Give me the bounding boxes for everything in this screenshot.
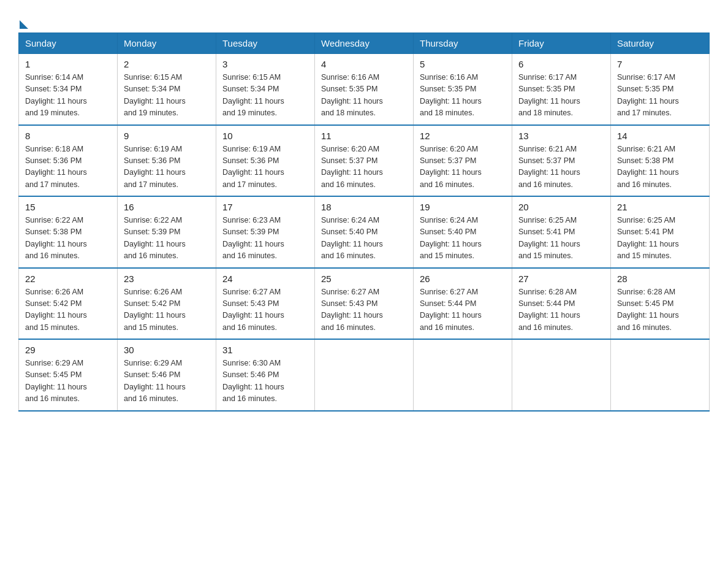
day-number: 24	[222, 274, 308, 284]
calendar-cell: 8 Sunrise: 6:18 AMSunset: 5:36 PMDayligh…	[19, 125, 118, 197]
day-info: Sunrise: 6:25 AMSunset: 5:41 PMDaylight:…	[518, 216, 580, 260]
calendar-cell: 5 Sunrise: 6:16 AMSunset: 5:35 PMDayligh…	[414, 54, 512, 125]
day-number: 19	[420, 202, 506, 212]
day-number: 14	[617, 131, 703, 141]
day-number: 27	[518, 274, 604, 284]
day-info: Sunrise: 6:27 AMSunset: 5:44 PMDaylight:…	[420, 288, 482, 332]
day-info: Sunrise: 6:16 AMSunset: 5:35 PMDaylight:…	[420, 73, 482, 117]
day-info: Sunrise: 6:23 AMSunset: 5:39 PMDaylight:…	[222, 216, 284, 260]
weekday-header-thursday: Thursday	[414, 33, 512, 54]
day-number: 7	[617, 59, 703, 69]
day-number: 1	[25, 59, 111, 69]
day-info: Sunrise: 6:19 AMSunset: 5:36 PMDaylight:…	[222, 145, 284, 189]
calendar-cell: 29 Sunrise: 6:29 AMSunset: 5:45 PMDaylig…	[19, 339, 118, 411]
calendar-cell: 14 Sunrise: 6:21 AMSunset: 5:38 PMDaylig…	[611, 125, 710, 197]
day-number: 23	[124, 274, 210, 284]
day-info: Sunrise: 6:25 AMSunset: 5:41 PMDaylight:…	[617, 216, 679, 260]
day-number: 22	[25, 274, 111, 284]
calendar-cell: 20 Sunrise: 6:25 AMSunset: 5:41 PMDaylig…	[512, 196, 611, 268]
weekday-header-row: SundayMondayTuesdayWednesdayThursdayFrid…	[19, 33, 710, 54]
calendar-cell: 22 Sunrise: 6:26 AMSunset: 5:42 PMDaylig…	[19, 268, 118, 340]
day-number: 10	[222, 131, 308, 141]
calendar-cell: 12 Sunrise: 6:20 AMSunset: 5:37 PMDaylig…	[414, 125, 512, 197]
day-number: 29	[25, 345, 111, 355]
calendar-cell: 21 Sunrise: 6:25 AMSunset: 5:41 PMDaylig…	[611, 196, 710, 268]
day-info: Sunrise: 6:15 AMSunset: 5:34 PMDaylight:…	[124, 73, 186, 117]
weekday-header-friday: Friday	[512, 33, 611, 54]
calendar-week-row: 8 Sunrise: 6:18 AMSunset: 5:36 PMDayligh…	[19, 125, 710, 197]
calendar-cell: 17 Sunrise: 6:23 AMSunset: 5:39 PMDaylig…	[216, 196, 315, 268]
calendar-cell: 3 Sunrise: 6:15 AMSunset: 5:34 PMDayligh…	[216, 54, 315, 125]
day-info: Sunrise: 6:17 AMSunset: 5:35 PMDaylight:…	[617, 73, 679, 117]
day-info: Sunrise: 6:30 AMSunset: 5:46 PMDaylight:…	[222, 359, 284, 403]
day-number: 12	[420, 131, 506, 141]
calendar-cell: 10 Sunrise: 6:19 AMSunset: 5:36 PMDaylig…	[216, 125, 315, 197]
calendar-cell: 13 Sunrise: 6:21 AMSunset: 5:37 PMDaylig…	[512, 125, 611, 197]
day-number: 8	[25, 131, 111, 141]
day-number: 18	[321, 202, 407, 212]
calendar-cell: 31 Sunrise: 6:30 AMSunset: 5:46 PMDaylig…	[216, 339, 315, 411]
calendar-cell: 6 Sunrise: 6:17 AMSunset: 5:35 PMDayligh…	[512, 54, 611, 125]
calendar-week-row: 22 Sunrise: 6:26 AMSunset: 5:42 PMDaylig…	[19, 268, 710, 340]
day-number: 28	[617, 274, 703, 284]
calendar-week-row: 15 Sunrise: 6:22 AMSunset: 5:38 PMDaylig…	[19, 196, 710, 268]
calendar-cell	[611, 339, 710, 411]
day-number: 31	[222, 345, 308, 355]
day-number: 6	[518, 59, 604, 69]
calendar-cell: 24 Sunrise: 6:27 AMSunset: 5:43 PMDaylig…	[216, 268, 315, 340]
calendar-cell: 25 Sunrise: 6:27 AMSunset: 5:43 PMDaylig…	[315, 268, 414, 340]
calendar-cell: 26 Sunrise: 6:27 AMSunset: 5:44 PMDaylig…	[414, 268, 512, 340]
calendar-cell: 11 Sunrise: 6:20 AMSunset: 5:37 PMDaylig…	[315, 125, 414, 197]
day-info: Sunrise: 6:26 AMSunset: 5:42 PMDaylight:…	[124, 288, 186, 332]
day-info: Sunrise: 6:27 AMSunset: 5:43 PMDaylight:…	[222, 288, 284, 332]
calendar-cell: 23 Sunrise: 6:26 AMSunset: 5:42 PMDaylig…	[118, 268, 216, 340]
day-info: Sunrise: 6:21 AMSunset: 5:38 PMDaylight:…	[617, 145, 679, 189]
day-info: Sunrise: 6:17 AMSunset: 5:35 PMDaylight:…	[518, 73, 580, 117]
day-info: Sunrise: 6:21 AMSunset: 5:37 PMDaylight:…	[518, 145, 580, 189]
calendar-cell: 18 Sunrise: 6:24 AMSunset: 5:40 PMDaylig…	[315, 196, 414, 268]
day-info: Sunrise: 6:24 AMSunset: 5:40 PMDaylight:…	[420, 216, 482, 260]
calendar-cell: 19 Sunrise: 6:24 AMSunset: 5:40 PMDaylig…	[414, 196, 512, 268]
day-info: Sunrise: 6:22 AMSunset: 5:38 PMDaylight:…	[25, 216, 87, 260]
calendar-cell: 28 Sunrise: 6:28 AMSunset: 5:45 PMDaylig…	[611, 268, 710, 340]
calendar-cell: 30 Sunrise: 6:29 AMSunset: 5:46 PMDaylig…	[118, 339, 216, 411]
logo-arrow-icon	[20, 20, 28, 29]
day-info: Sunrise: 6:24 AMSunset: 5:40 PMDaylight:…	[321, 216, 383, 260]
day-info: Sunrise: 6:29 AMSunset: 5:45 PMDaylight:…	[25, 359, 87, 403]
weekday-header-sunday: Sunday	[19, 33, 118, 54]
weekday-header-tuesday: Tuesday	[216, 33, 315, 54]
calendar-cell: 2 Sunrise: 6:15 AMSunset: 5:34 PMDayligh…	[118, 54, 216, 125]
calendar-cell: 9 Sunrise: 6:19 AMSunset: 5:36 PMDayligh…	[118, 125, 216, 197]
calendar-week-row: 29 Sunrise: 6:29 AMSunset: 5:45 PMDaylig…	[19, 339, 710, 411]
calendar-table: SundayMondayTuesdayWednesdayThursdayFrid…	[18, 33, 710, 412]
day-info: Sunrise: 6:28 AMSunset: 5:44 PMDaylight:…	[518, 288, 580, 332]
day-number: 9	[124, 131, 210, 141]
day-number: 30	[124, 345, 210, 355]
calendar-cell: 16 Sunrise: 6:22 AMSunset: 5:39 PMDaylig…	[118, 196, 216, 268]
day-number: 11	[321, 131, 407, 141]
day-info: Sunrise: 6:26 AMSunset: 5:42 PMDaylight:…	[25, 288, 87, 332]
calendar-cell	[315, 339, 414, 411]
day-number: 3	[222, 59, 308, 69]
day-number: 25	[321, 274, 407, 284]
calendar-cell: 15 Sunrise: 6:22 AMSunset: 5:38 PMDaylig…	[19, 196, 118, 268]
day-number: 15	[25, 202, 111, 212]
day-number: 21	[617, 202, 703, 212]
day-info: Sunrise: 6:27 AMSunset: 5:43 PMDaylight:…	[321, 288, 383, 332]
day-number: 2	[124, 59, 210, 69]
day-info: Sunrise: 6:15 AMSunset: 5:34 PMDaylight:…	[222, 73, 284, 117]
day-number: 4	[321, 59, 407, 69]
day-number: 5	[420, 59, 506, 69]
calendar-week-row: 1 Sunrise: 6:14 AMSunset: 5:34 PMDayligh…	[19, 54, 710, 125]
day-info: Sunrise: 6:20 AMSunset: 5:37 PMDaylight:…	[321, 145, 383, 189]
calendar-cell	[414, 339, 512, 411]
calendar-cell: 27 Sunrise: 6:28 AMSunset: 5:44 PMDaylig…	[512, 268, 611, 340]
calendar-cell: 1 Sunrise: 6:14 AMSunset: 5:34 PMDayligh…	[19, 54, 118, 125]
weekday-header-saturday: Saturday	[611, 33, 710, 54]
day-number: 13	[518, 131, 604, 141]
day-info: Sunrise: 6:20 AMSunset: 5:37 PMDaylight:…	[420, 145, 482, 189]
day-number: 17	[222, 202, 308, 212]
day-info: Sunrise: 6:29 AMSunset: 5:46 PMDaylight:…	[124, 359, 186, 403]
page-header	[18, 12, 710, 26]
logo	[18, 15, 28, 26]
